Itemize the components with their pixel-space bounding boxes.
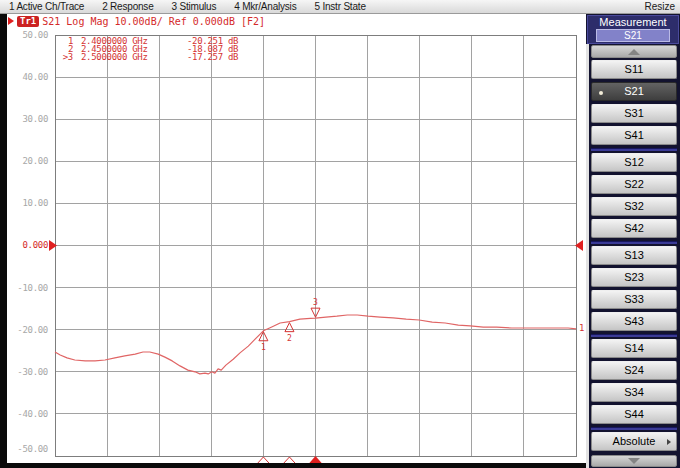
sidebar-button-list: S11 S21 S31 S41 S12 S22 S32 S42 S13 S23 …: [591, 60, 677, 454]
vna-screen: 1 Active Ch/Trace 2 Response 3 Stimulus …: [0, 0, 680, 468]
button-s43[interactable]: S43: [591, 312, 677, 331]
menu-response[interactable]: 2 Response: [93, 0, 162, 13]
selected-bullet-icon: [599, 91, 603, 95]
y-axis-label: -10.00: [8, 284, 48, 293]
y-axis-label: -30.00: [8, 368, 48, 377]
menu-instr-state[interactable]: 5 Instr State: [305, 0, 374, 13]
y-axis-label: 20.00: [8, 157, 48, 166]
sidebar-scroll-up-button[interactable]: [591, 45, 677, 58]
trace-status-line: Tr1 S21 Log Mag 10.00dB/ Ref 0.000dB [F2…: [8, 15, 265, 27]
button-s31[interactable]: S31: [591, 104, 677, 123]
scroll-up-icon: [628, 49, 640, 55]
menu-stimulus[interactable]: 3 Stimulus: [163, 0, 226, 13]
trace-id-badge[interactable]: Tr1: [17, 16, 39, 27]
marker-readout-row: >3 2.5000000 GHz -17.257 dB: [57, 53, 238, 61]
resize-button[interactable]: Resize: [644, 0, 675, 13]
button-s44[interactable]: S44: [591, 405, 677, 424]
sidebar-header-panel: Measurement S21: [587, 15, 679, 44]
button-s41[interactable]: S41: [591, 126, 677, 145]
marker-value: -17.257 dB: [187, 53, 238, 61]
y-axis-label: -20.00: [8, 326, 48, 335]
y-axis-label: -40.00: [8, 410, 48, 419]
button-absolute[interactable]: Absolute: [591, 432, 677, 451]
button-s12[interactable]: S12: [591, 153, 677, 172]
button-s11[interactable]: S11: [591, 60, 677, 79]
marker-frequency: 2.5000000 GHz: [81, 53, 183, 61]
y-axis-ref-label: 0.000: [8, 241, 48, 250]
trace-status-text: S21 Log Mag 10.00dB/ Ref 0.000dB [F2]: [42, 16, 265, 27]
button-s34[interactable]: S34: [591, 383, 677, 402]
sidebar-edge-strip: [586, 44, 589, 468]
button-s14[interactable]: S14: [591, 339, 677, 358]
plot-panel-background: [7, 14, 586, 463]
menu-mkr-analysis[interactable]: 4 Mkr/Analysis: [225, 0, 305, 13]
button-s42[interactable]: S42: [591, 219, 677, 238]
button-s22[interactable]: S22: [591, 175, 677, 194]
button-s13[interactable]: S13: [591, 246, 677, 265]
button-s24[interactable]: S24: [591, 361, 677, 380]
sidebar-title: Measurement: [588, 16, 678, 29]
sidebar-scroll-down-button[interactable]: [591, 455, 677, 467]
active-trace-arrow-icon: [8, 17, 14, 25]
y-axis-label: 10.00: [8, 199, 48, 208]
scroll-down-icon: [628, 458, 640, 464]
button-s32[interactable]: S32: [591, 197, 677, 216]
group-separator: [591, 334, 677, 337]
menu-active-ch-trace[interactable]: 1 Active Ch/Trace: [0, 0, 93, 13]
group-separator: [591, 427, 677, 430]
y-axis-label: 50.00: [8, 31, 48, 40]
menu-bar: 1 Active Ch/Trace 2 Response 3 Stimulus …: [0, 0, 680, 14]
selected-measurement-chip: S21: [596, 29, 670, 42]
measurement-sidebar: Measurement S21 S11 S21 S31 S41 S12 S22 …: [586, 14, 680, 468]
marker-readout-table: 1 2.4000000 GHz -20.251 dB 2 2.4500000 G…: [57, 37, 238, 61]
bottom-edge-strip: [0, 463, 586, 468]
button-s21[interactable]: S21: [591, 82, 677, 101]
button-s23[interactable]: S23: [591, 268, 677, 287]
group-separator: [591, 241, 677, 244]
y-axis-label: 30.00: [8, 115, 48, 124]
button-absolute-label: Absolute: [613, 435, 656, 447]
button-s21-label: S21: [624, 85, 644, 97]
group-separator: [591, 148, 677, 151]
button-s33[interactable]: S33: [591, 290, 677, 309]
y-axis-label: 40.00: [8, 73, 48, 82]
submenu-arrow-icon: [667, 439, 671, 445]
y-axis-label: -50.00: [8, 445, 48, 454]
marker-number: >3: [57, 53, 73, 61]
